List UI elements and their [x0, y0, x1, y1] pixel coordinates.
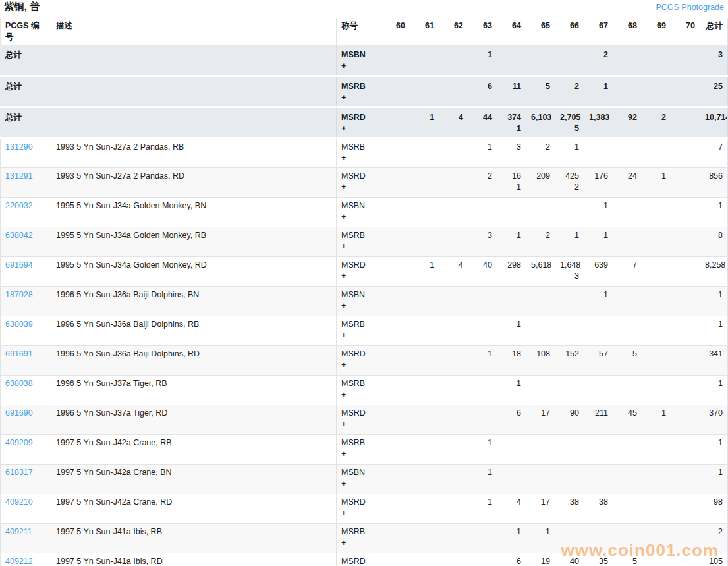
- pcgs-number-link[interactable]: 409210: [5, 497, 33, 507]
- grade-cell-60: [381, 405, 410, 435]
- total-row: 总计MSRB +61152125: [1, 76, 728, 107]
- grade-cell-66: [555, 465, 584, 494]
- description-cell: 1993 5 Yn Sun-J27a 2 Pandas, RB: [51, 138, 337, 168]
- grade-cell-70: [671, 494, 700, 524]
- column-header-designation: 称号: [337, 18, 381, 45]
- grade-cell-62: [439, 524, 468, 553]
- grade-cell-68: [613, 524, 642, 553]
- grade-cell-70: [671, 198, 700, 227]
- pcgs-number-link[interactable]: 691694: [5, 260, 33, 269]
- grade-cell-65: [526, 287, 555, 316]
- description-cell: [51, 45, 337, 76]
- table-row: 1312911993 5 Yn Sun-J27a 2 Pandas, RDMSR…: [1, 168, 728, 198]
- pcgs-number-link[interactable]: 638038: [5, 379, 33, 388]
- grade-cell-63: [468, 553, 497, 566]
- grade-cell-62: [439, 316, 468, 346]
- column-header-65: 65: [526, 18, 555, 45]
- page-title: 紫铜, 普: [4, 1, 40, 13]
- grade-cell-70: [671, 316, 700, 346]
- pcgs-number-link[interactable]: 187028: [5, 290, 33, 299]
- grade-cell-63: 6: [468, 76, 497, 107]
- grade-cell-62: [439, 553, 468, 566]
- grade-cell-66: [555, 45, 584, 76]
- pcgs-number-link[interactable]: 638042: [5, 231, 33, 240]
- grade-cell-67: [584, 524, 613, 553]
- designation-cell: MSRB +: [337, 376, 381, 405]
- row-total-cell: 25: [700, 76, 728, 107]
- description-cell: 1993 5 Yn Sun-J27a 2 Pandas, RD: [51, 168, 337, 198]
- grade-cell-61: [410, 76, 439, 107]
- pcgs-number-cell: 409211: [1, 524, 51, 553]
- grade-cell-62: [439, 465, 468, 494]
- grade-cell-68: 5: [613, 553, 642, 566]
- pcgs-number-link[interactable]: 691691: [5, 349, 33, 358]
- grade-cell-67: 639: [584, 257, 613, 287]
- column-header-60: 60: [381, 18, 410, 45]
- grade-cell-67: 35: [584, 553, 613, 566]
- grade-cell-67: [584, 435, 613, 465]
- grade-cell-61: [410, 494, 439, 524]
- grade-cell-69: [642, 494, 671, 524]
- designation-cell: MSRB +: [337, 435, 381, 465]
- column-header-70: 70: [671, 18, 700, 45]
- grade-cell-61: [410, 316, 439, 346]
- pcgs-number-link[interactable]: 131291: [5, 171, 33, 181]
- grade-cell-67: [584, 138, 613, 168]
- pcgs-number-link[interactable]: 409209: [5, 438, 33, 447]
- grade-cell-61: [410, 376, 439, 405]
- column-header-62: 62: [439, 18, 468, 45]
- grade-cell-70: [671, 553, 700, 566]
- row-total-cell: 8,258: [700, 257, 728, 287]
- grade-cell-66: [555, 198, 584, 227]
- description-cell: 1996 5 Yn Sun-J37a Tiger, RD: [51, 405, 337, 435]
- grade-cell-63: 44: [468, 107, 497, 138]
- grade-cell-69: [642, 198, 671, 227]
- grade-cell-67: 1: [584, 287, 613, 316]
- grade-cell-67: 1: [584, 227, 613, 257]
- grade-cell-63: [468, 376, 497, 405]
- grade-cell-65: 5: [526, 76, 555, 107]
- pcgs-number-cell: 409209: [1, 435, 51, 465]
- pcgs-number-link[interactable]: 691690: [5, 409, 33, 418]
- grade-cell-66: [555, 376, 584, 405]
- designation-cell: MSRB +: [337, 76, 381, 107]
- grade-cell-60: [381, 376, 410, 405]
- photograde-link[interactable]: PCGS Photograde: [656, 3, 724, 12]
- pcgs-number-link[interactable]: 409211: [5, 527, 32, 536]
- pcgs-number-cell: 131290: [1, 138, 51, 168]
- grade-cell-67: [584, 376, 613, 405]
- grade-cell-62: [439, 227, 468, 257]
- row-total-cell: 856: [700, 168, 728, 198]
- description-cell: [51, 107, 337, 138]
- grade-cell-62: 4: [439, 107, 468, 138]
- grade-cell-68: [613, 76, 642, 107]
- total-row: 总计MSBN +123: [1, 45, 728, 76]
- grade-cell-61: [410, 346, 439, 376]
- grade-cell-70: [671, 138, 700, 168]
- pcgs-number-cell: 691690: [1, 405, 51, 435]
- column-header-67: 67: [584, 18, 613, 45]
- grade-cell-60: [381, 346, 410, 376]
- pcgs-number-link[interactable]: 131290: [5, 142, 33, 152]
- designation-cell: MSRD +: [337, 494, 381, 524]
- grade-cell-68: 45: [613, 405, 642, 435]
- row-total-cell: 2: [700, 524, 728, 553]
- grade-cell-66: [555, 435, 584, 465]
- grade-cell-67: 1: [584, 198, 613, 227]
- grade-cell-67: 1: [584, 76, 613, 107]
- description-cell: 1997 5 Yn Sun-J41a Ibis, RD: [51, 553, 337, 566]
- pcgs-number-link[interactable]: 409212: [5, 557, 33, 566]
- table-row: 6380381996 5 Yn Sun-J37a Tiger, RBMSRB +…: [1, 376, 728, 405]
- page-header: 紫铜, 普 PCGS Photograde: [0, 0, 728, 18]
- grade-cell-68: [613, 198, 642, 227]
- pcgs-number-link[interactable]: 220032: [5, 201, 33, 210]
- grade-cell-62: [439, 45, 468, 76]
- grade-cell-60: [381, 316, 410, 346]
- pcgs-number-link[interactable]: 618317: [5, 468, 33, 477]
- grade-cell-65: 2: [526, 227, 555, 257]
- grade-cell-61: [410, 524, 439, 553]
- grade-cell-69: [642, 316, 671, 346]
- pcgs-number-link[interactable]: 638039: [5, 320, 33, 329]
- grade-cell-67: 38: [584, 494, 613, 524]
- grade-cell-60: [381, 553, 410, 566]
